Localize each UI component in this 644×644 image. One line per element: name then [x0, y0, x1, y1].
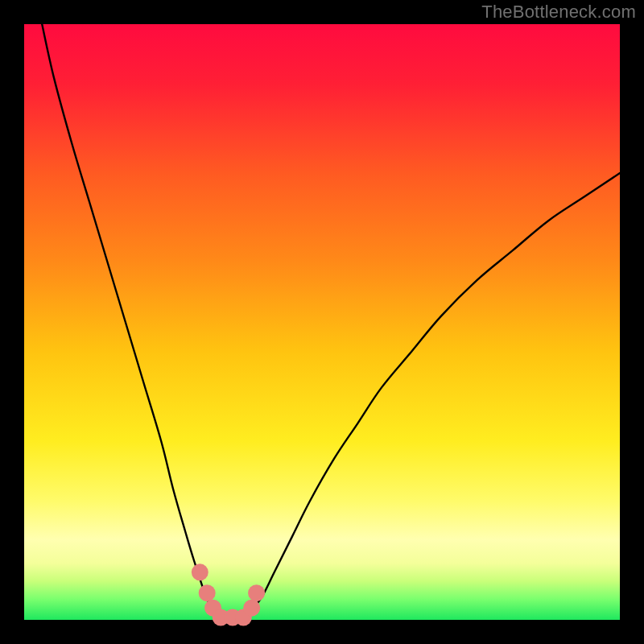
chart-container: { "watermark": "TheBottleneck.com", "cha… — [0, 0, 644, 644]
plot-background — [24, 24, 620, 620]
marker-dot — [192, 564, 208, 580]
watermark-text: TheBottleneck.com — [481, 2, 636, 23]
marker-dot — [243, 600, 260, 617]
marker-dot — [199, 584, 216, 601]
bottleneck-chart — [0, 0, 644, 644]
marker-dot — [248, 584, 265, 601]
